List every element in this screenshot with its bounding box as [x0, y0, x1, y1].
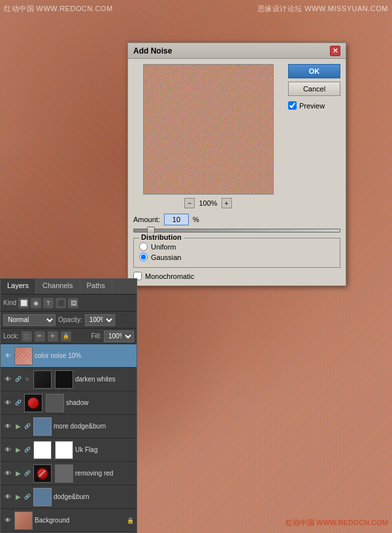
tab-paths[interactable]: Paths	[80, 279, 112, 294]
watermark-bottom-right: 红动中国 WWW.REDOCN.COM	[286, 518, 388, 528]
layer-visibility-icon[interactable]: 👁	[3, 398, 12, 408]
layer-thumbnail	[14, 347, 33, 365]
kind-filter-type-icon[interactable]: ⬜	[18, 298, 29, 308]
uniform-row: Uniform	[139, 242, 335, 251]
layer-visibility-icon[interactable]: 👁	[3, 493, 12, 502]
layer-mask	[55, 370, 73, 389]
layer-name: Background	[35, 517, 124, 524]
dialog-body: − 100% + OK Cancel Preview	[128, 59, 346, 214]
dialog-settings: Amount: % Distribution Uniform Gaussian	[128, 214, 346, 285]
layer-name: color noise 10%	[35, 352, 134, 359]
uniform-label: Uniform	[151, 243, 176, 251]
dialog-title-text: Add Noise	[133, 46, 172, 56]
layer-item-color-noise[interactable]: 👁 color noise 10%	[1, 344, 137, 368]
layer-folder-icon: ▶	[14, 493, 22, 501]
preview-row: Preview	[288, 101, 340, 110]
zoom-level: 100%	[199, 199, 217, 207]
layer-name: darken whites	[75, 376, 134, 383]
layer-fx-icons: 🔗 fx	[14, 376, 31, 383]
zoom-controls: − 100% +	[184, 198, 231, 208]
layer-thumbnail	[24, 394, 42, 412]
layer-thumbnail	[33, 370, 52, 389]
layer-item-more-dodge-burn[interactable]: 👁 ▶ 🔗 more dodge&burn	[1, 415, 137, 438]
blend-mode-select[interactable]: Normal	[3, 314, 56, 326]
distribution-legend: Distribution	[139, 233, 184, 241]
zoom-in-button[interactable]: +	[221, 198, 232, 208]
layer-link-icon: 🔗	[14, 399, 22, 407]
layer-thumbnail	[14, 511, 33, 530]
layer-link-icon: 🔗	[24, 446, 31, 454]
opacity-select[interactable]: 100%	[85, 314, 115, 326]
layer-visibility-icon[interactable]: 👁	[3, 351, 12, 361]
layer-visibility-icon[interactable]: 👁	[3, 516, 12, 525]
layer-fx-icons: ▶ 🔗	[14, 470, 31, 477]
layer-item-shadow[interactable]: 👁 🔗 shadow	[1, 391, 137, 415]
layer-fx-icons: ▶ 🔗	[14, 446, 31, 454]
kind-filter-text-icon[interactable]: T	[43, 298, 54, 308]
fill-label: Fill:	[91, 332, 101, 340]
dialog-titlebar: Add Noise ✕	[128, 43, 346, 59]
gaussian-row: Gaussian	[139, 253, 335, 261]
layer-folder-icon: ▶	[14, 423, 22, 430]
tab-channels[interactable]: Channels	[36, 279, 80, 294]
lock-paint-icon[interactable]: ✏	[35, 331, 45, 342]
layer-name: removing red	[75, 470, 134, 477]
tab-layers[interactable]: Layers	[1, 279, 36, 294]
layer-mask	[55, 441, 73, 459]
cancel-button[interactable]: Cancel	[288, 82, 340, 96]
layer-link-icon: 🔗	[24, 493, 31, 501]
dialog-buttons: OK Cancel Preview	[288, 64, 340, 208]
monochromatic-label: Monochromatic	[145, 272, 194, 280]
layers-panel: Layers Channels Paths Kind ⬜ ◉ T ⬛ 🖼 Nor…	[0, 278, 137, 533]
layer-name: more dodge&burn	[54, 423, 134, 430]
kind-label: Kind	[3, 299, 16, 306]
amount-slider-row	[133, 229, 340, 233]
dialog-close-button[interactable]: ✕	[330, 46, 340, 56]
layer-item-uk-flag[interactable]: 👁 ▶ 🔗 Uk Flag	[1, 438, 137, 462]
layer-visibility-icon[interactable]: 👁	[3, 422, 12, 431]
layer-folder-icons: ▶ 🔗	[14, 493, 31, 501]
layer-name: shadow	[66, 399, 134, 406]
fill-select[interactable]: 100%	[104, 331, 134, 342]
layer-folder-icon: ▶	[14, 470, 22, 477]
opacity-label: Opacity:	[58, 316, 82, 323]
layer-visibility-icon[interactable]: 👁	[3, 469, 12, 478]
layer-name: dodge&burn	[54, 493, 134, 500]
lock-all-icon[interactable]: 🔒	[61, 331, 71, 342]
layer-folder-icon: ▶	[14, 446, 22, 454]
amount-label: Amount:	[133, 216, 160, 223]
layer-item-removing-red[interactable]: 👁 ▶ 🔗 removing red	[1, 462, 137, 485]
preview-area: − 100% +	[133, 64, 283, 208]
layer-visibility-icon[interactable]: 👁	[3, 445, 12, 455]
kind-filter-adjust-icon[interactable]: ◉	[31, 298, 41, 308]
lock-move-icon[interactable]: ✛	[48, 331, 58, 342]
layer-fx-icons: 🔗	[14, 399, 22, 407]
layer-link-icon: 🔗	[14, 376, 22, 383]
lock-transparent-icon[interactable]: ⬚	[22, 331, 32, 342]
layer-item-dodge-burn[interactable]: 👁 ▶ 🔗 dodge&burn	[1, 485, 137, 509]
layer-name: Uk Flag	[75, 446, 134, 453]
amount-slider-track[interactable]	[133, 229, 340, 233]
ok-button[interactable]: OK	[288, 64, 340, 78]
gaussian-radio[interactable]	[139, 253, 148, 261]
background-lock-icon: 🔒	[126, 517, 134, 525]
distribution-group: Distribution Uniform Gaussian	[133, 238, 340, 268]
layer-thumbnail	[33, 488, 52, 506]
amount-input[interactable]	[164, 214, 189, 225]
preview-checkbox[interactable]	[288, 101, 297, 110]
layer-mask	[55, 464, 73, 483]
kind-filter-shape-icon[interactable]: ⬛	[56, 298, 66, 308]
kind-filter-smart-icon[interactable]: 🖼	[68, 298, 78, 308]
uniform-radio[interactable]	[139, 242, 148, 251]
noise-overlay	[144, 65, 273, 194]
layer-item-background[interactable]: 👁 Background 🔒	[1, 509, 137, 532]
zoom-out-button[interactable]: −	[184, 198, 195, 208]
layer-mask	[46, 394, 64, 412]
layer-item-darken-whites[interactable]: 👁 🔗 fx darken whites	[1, 368, 137, 391]
lock-label: Lock:	[3, 332, 19, 340]
layer-visibility-icon[interactable]: 👁	[3, 375, 12, 384]
layers-lock-row: Lock: ⬚ ✏ ✛ 🔒 Fill: 100%	[1, 329, 137, 344]
layer-link-icon: 🔗	[24, 423, 31, 430]
layers-list: 👁 color noise 10% 👁 🔗 fx darken whites 👁…	[1, 344, 137, 532]
preview-canvas	[143, 64, 274, 195]
